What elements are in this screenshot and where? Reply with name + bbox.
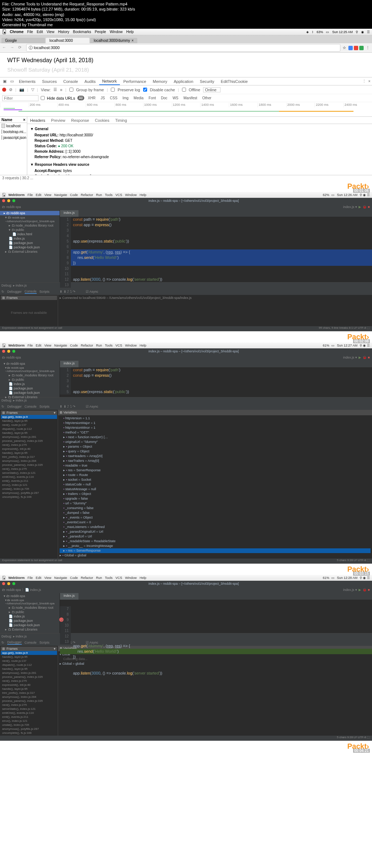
tab-application[interactable]: Application xyxy=(171,77,196,85)
stack-frame[interactable]: serveStatic(), index.js:121 xyxy=(1,707,57,711)
menu-view[interactable]: View xyxy=(46,30,54,34)
group-checkbox[interactable] xyxy=(69,88,73,92)
stack-frame[interactable]: process_params(), index.js:335 xyxy=(1,463,57,467)
menu-item[interactable]: Code xyxy=(70,193,78,197)
variables-panel[interactable]: ⊞ Variables ▪ httpVersion = 1.1 ▪ httpVe… xyxy=(58,410,372,559)
filter-img[interactable]: Img xyxy=(121,96,130,100)
stack-frame[interactable]: handle(), layer.js:95 xyxy=(1,451,57,455)
clear-button[interactable]: ⊘ xyxy=(9,87,12,92)
response-headers-section[interactable]: ▼ Response Headers view source xyxy=(30,161,369,168)
device-icon[interactable]: ▭ xyxy=(9,79,15,84)
frames-panel[interactable]: ⊞Frames▾ app.get(), index.js:9 handle(),… xyxy=(0,410,58,559)
menu-item[interactable]: File xyxy=(28,193,33,197)
stack-frame[interactable]: anonymous(), index.js:284 xyxy=(1,459,57,463)
menu-item[interactable]: Help xyxy=(140,193,146,197)
stack-frame[interactable]: process_params(), index.js:335 xyxy=(1,699,57,703)
stack-frame[interactable]: emitOne(), events.js:116 xyxy=(1,711,57,715)
menu-item[interactable]: Run xyxy=(96,193,102,197)
stack-frame[interactable]: handle(), layer.js:95 xyxy=(1,431,57,435)
menu-history[interactable]: History xyxy=(58,30,69,34)
rerun-icon[interactable]: ↻ xyxy=(1,290,4,293)
stack-frame[interactable]: serveStatic(), index.js:121 xyxy=(1,471,57,475)
run-config[interactable]: index.js ▾ xyxy=(343,356,357,359)
name-header[interactable]: Name xyxy=(1,117,12,122)
tab-network[interactable]: Network xyxy=(99,77,120,85)
stack-frame[interactable]: oncomplete(), fs.js:166 xyxy=(1,731,57,735)
menu-item[interactable]: Navigate xyxy=(54,193,67,197)
stack-frame[interactable]: dispatch(), route.js:112 xyxy=(1,427,57,431)
debug-tab[interactable]: Debug: ▸ index.js xyxy=(1,284,27,287)
menu-item[interactable]: VCS xyxy=(116,193,122,197)
preview-tab[interactable]: Preview xyxy=(48,118,68,123)
console-tab[interactable]: Console xyxy=(25,289,37,294)
view-small[interactable]: ≡ xyxy=(60,88,62,92)
hide-urls-checkbox[interactable] xyxy=(41,96,45,100)
stack-frame[interactable]: next(), index.js:275 xyxy=(1,467,57,471)
stack-frame[interactable]: next(), index.js:275 xyxy=(1,679,57,683)
run-button[interactable]: ▶ xyxy=(359,205,361,209)
menu-icon[interactable]: ☰ xyxy=(367,30,370,34)
siri-icon[interactable]: ◉ xyxy=(361,30,364,34)
debug-button[interactable]: 🐞 xyxy=(363,205,367,209)
frames-panel[interactable]: ⊞Frames▾ app.get(), index.js:9 handle(),… xyxy=(0,646,58,736)
stack-frame[interactable]: error(), index.js:121 xyxy=(1,483,57,487)
stack-frame[interactable]: expressInit(), init.js:40 xyxy=(1,683,57,687)
project-tree[interactable]: ▸ 🗁 reddit-spa ▾ 🗁 reddit-spa ~/others/v… xyxy=(0,210,60,282)
cookies-tab[interactable]: Cookies xyxy=(92,118,112,123)
stack-frame[interactable]: error(), index.js:121 xyxy=(1,719,57,723)
network-timeline[interactable]: 200 ms400 ms 600 ms800 ms 1000 ms1200 ms… xyxy=(0,102,372,117)
stack-frame[interactable]: handle(), layer.js:95 xyxy=(1,655,57,659)
throttle-select[interactable]: Online xyxy=(203,87,221,92)
response-tab[interactable]: Response xyxy=(68,118,92,123)
search-icon[interactable]: ⚲ xyxy=(356,30,358,34)
tab-security[interactable]: Security xyxy=(197,77,217,85)
filter-other[interactable]: Other xyxy=(201,96,213,100)
stack-frame[interactable]: next(), route.js:137 xyxy=(1,659,57,663)
timing-tab[interactable]: Timing xyxy=(112,118,130,123)
view-large[interactable]: ☰ xyxy=(53,87,57,92)
stack-frame[interactable]: dispatch(), route.js:112 xyxy=(1,663,57,667)
tab-audits[interactable]: Audits xyxy=(82,77,99,85)
menu-help[interactable]: Help xyxy=(126,30,134,34)
menu-item[interactable]: Refactor xyxy=(81,193,93,197)
tab-sources[interactable]: Sources xyxy=(39,77,60,85)
tab-editthiscookie[interactable]: EditThisCookie xyxy=(218,77,251,85)
reload-button[interactable]: ⟳ xyxy=(18,45,24,51)
filter-icon[interactable]: ▽ xyxy=(31,87,34,92)
code-editor[interactable]: index.js 12345678910111213 const path = … xyxy=(60,210,372,282)
stack-frame[interactable]: handle(), layer.js:95 xyxy=(1,419,57,423)
stack-frame[interactable]: oncomplete(), fs.js:166 xyxy=(1,495,57,499)
stack-frame[interactable]: anonymous(), index.js:284 xyxy=(1,695,57,699)
tab-localhost-dummy[interactable]: localhost:3000/dummy× xyxy=(90,38,137,43)
close-icon[interactable]: × xyxy=(368,79,371,84)
run-config[interactable]: index.js ▾ xyxy=(343,205,357,209)
offline-checkbox[interactable] xyxy=(182,88,186,92)
filter-ws[interactable]: WS xyxy=(171,96,180,100)
stack-frame[interactable]: emit(), events.js:211 xyxy=(1,479,57,483)
filter-manifest[interactable]: Manifest xyxy=(182,96,199,100)
stack-frame[interactable]: next(), index.js:275 xyxy=(1,443,57,447)
menu-icon[interactable]: ⋮ xyxy=(366,45,370,50)
stack-frame[interactable]: handle(), layer.js:95 xyxy=(1,667,57,671)
filter-xhr[interactable]: XHR xyxy=(86,96,97,100)
filter-all[interactable]: All xyxy=(77,96,84,100)
tab-elements[interactable]: Elements xyxy=(16,77,39,85)
stack-frame[interactable]: process_params(), index.js:335 xyxy=(1,675,57,679)
record-button[interactable] xyxy=(2,88,6,92)
debugger-tab[interactable]: Debugger xyxy=(7,290,22,293)
general-section[interactable]: ▼ General xyxy=(30,125,369,132)
async-checkbox[interactable]: Async xyxy=(89,290,98,293)
stack-frame[interactable]: handle(), layer.js:95 xyxy=(1,687,57,691)
stop-button[interactable]: ■ xyxy=(368,205,370,209)
stack-frame[interactable]: expressInit(), init.js:40 xyxy=(1,447,57,451)
editor-tab[interactable]: index.js xyxy=(60,210,78,217)
menu-item[interactable]: Tools xyxy=(105,193,113,197)
stack-frame[interactable]: trim_prefix(), index.js:317 xyxy=(1,455,57,459)
disable-cache-checkbox[interactable] xyxy=(143,88,147,92)
back-button[interactable]: ← xyxy=(2,45,8,51)
stack-frame[interactable]: anonymous(), polyfills.js:287 xyxy=(1,727,57,731)
bluetooth-icon[interactable]: ᚼ xyxy=(312,30,314,34)
filter-css[interactable]: CSS xyxy=(109,96,119,100)
menu-item[interactable]: View xyxy=(44,193,51,197)
wifi-icon[interactable]: ◈ xyxy=(306,30,309,34)
